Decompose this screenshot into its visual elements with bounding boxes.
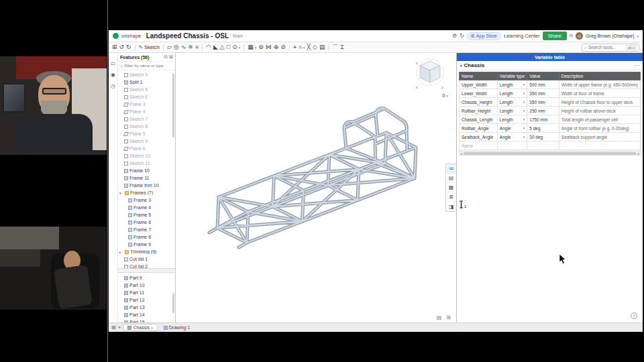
variable-row-chassis_height[interactable]: Chassis_HeightLength▾350 mmHeight of Cha… bbox=[460, 98, 641, 107]
tab-chassis[interactable]: Chassis▾ bbox=[123, 324, 157, 331]
variable-name-cell[interactable]: Lower_Width bbox=[460, 89, 498, 98]
learning-center-link[interactable]: Learning Center bbox=[504, 33, 540, 39]
feature-item-frame-3[interactable]: Frame 3 bbox=[118, 196, 175, 204]
feature-item-frame-11[interactable]: Frame 11 bbox=[118, 174, 175, 182]
variable-type-cell[interactable]: Length▾ bbox=[497, 115, 527, 124]
variable-row-lower_width[interactable]: Lower_WidthLength▾350 mmWidth of floor o… bbox=[460, 89, 641, 98]
frame-caret-icon[interactable]: ▾ bbox=[303, 46, 305, 50]
feature-item-cut-list-1[interactable]: Cut list 1 bbox=[118, 255, 175, 263]
chevron-down-icon[interactable]: ▾ bbox=[119, 191, 123, 195]
variable-row-chassis_length[interactable]: Chassis_LengthLength▾1750 mmTotal length… bbox=[460, 115, 641, 124]
type-dropdown-caret-icon[interactable]: ▾ bbox=[523, 117, 525, 121]
tab-manager-icon[interactable]: ⊞ bbox=[111, 325, 116, 330]
feature-item-plane-5[interactable]: Plane 5 bbox=[118, 130, 175, 137]
scrollbar-thumb[interactable] bbox=[464, 152, 637, 155]
type-dropdown-caret-icon[interactable]: ▾ bbox=[523, 109, 525, 113]
hole-icon[interactable]: ⊙ bbox=[232, 44, 237, 50]
split-icon[interactable]: ⊘ bbox=[280, 44, 286, 50]
cut-list-icon[interactable]: ▤ bbox=[319, 44, 325, 50]
variable-value-cell[interactable]: 350 mm bbox=[527, 98, 559, 107]
fillet-icon[interactable]: ◠ bbox=[206, 44, 211, 50]
variable-description-cell[interactable]: Height of Chassis floor to upper deck bbox=[559, 98, 640, 107]
variable-type-cell[interactable]: Length▾ bbox=[497, 107, 527, 115]
measure-icon[interactable]: ⌒ bbox=[332, 44, 338, 50]
variable-row-rollbar_angle[interactable]: Rollbar_AngleAngle▾5 degAngle of front r… bbox=[460, 124, 641, 133]
variable-description-cell[interactable]: Seatback support angle bbox=[559, 133, 640, 141]
help-button[interactable]: ? bbox=[631, 312, 637, 319]
variable-type-cell[interactable]: Length▾ bbox=[497, 89, 527, 98]
variable-value-cell[interactable]: 250 mm bbox=[527, 107, 559, 115]
linear-pattern-caret-icon[interactable]: ▾ bbox=[255, 46, 257, 50]
variable-value-cell[interactable]: 500 mm bbox=[527, 80, 559, 89]
onshape-logo-icon[interactable] bbox=[113, 33, 119, 39]
section-menu-icon[interactable]: ⋯ bbox=[634, 62, 639, 68]
search-tools-box[interactable]: ⌕ alt c bbox=[582, 44, 639, 52]
feature-item-plane-6[interactable]: Plane 6 bbox=[118, 145, 175, 152]
collapse-all-icon[interactable]: ⊟ bbox=[164, 54, 168, 60]
feature-item-sketch-4[interactable]: Sketch 4 bbox=[118, 71, 175, 78]
variable-name-cell[interactable]: Upper_Width bbox=[460, 80, 498, 89]
custom-table-icon[interactable]: ▦ bbox=[446, 183, 456, 192]
mass-properties-icon[interactable]: Σ bbox=[340, 44, 344, 50]
named-views-icon[interactable]: ⊞ bbox=[446, 314, 451, 320]
part-item-part-13[interactable]: Part 13 bbox=[118, 304, 175, 311]
feature-item-frame-9[interactable]: Frame 9 bbox=[118, 241, 175, 248]
revolve-icon[interactable]: ◎ bbox=[174, 44, 179, 50]
feature-item-plane-4[interactable]: Plane 4 bbox=[118, 108, 175, 115]
variable-row-seatback_angle[interactable]: Seatback_AngleAngle▾30 degSeatback suppo… bbox=[460, 133, 641, 141]
view-settings[interactable]: ⚙ ▾ bbox=[441, 93, 448, 99]
variable-name-cell[interactable]: Rollbar_Height bbox=[460, 107, 498, 115]
add-tab-icon[interactable]: + bbox=[118, 325, 121, 330]
type-dropdown-caret-icon[interactable]: ▾ bbox=[523, 135, 525, 139]
new-variable-name-cell[interactable]: Name bbox=[460, 141, 498, 150]
panel-split-handle[interactable] bbox=[118, 268, 175, 273]
shell-icon[interactable]: □ bbox=[227, 44, 230, 50]
redo-icon[interactable]: ↻ bbox=[126, 44, 131, 50]
variable-description-cell[interactable]: Width of upper frame (e.g. 450-500mm) bbox=[559, 80, 640, 89]
scroll-right-icon[interactable]: ▸ bbox=[637, 152, 640, 156]
variable-row-upper_width[interactable]: Upper_WidthLength▾500 mmWidth of upper f… bbox=[460, 80, 641, 89]
chassis-model[interactable] bbox=[176, 53, 456, 322]
part-item-part-11[interactable]: Part 11 bbox=[118, 289, 175, 296]
feature-item-cut-list-2[interactable]: Cut list 2 bbox=[118, 263, 175, 268]
variable-value-cell[interactable]: 1750 mm bbox=[527, 115, 559, 124]
boolean-icon[interactable]: ⊕ bbox=[274, 44, 279, 50]
feature-item-sketch-7[interactable]: Sketch 7 bbox=[118, 115, 175, 123]
gear-icon[interactable]: ⚙ bbox=[452, 33, 457, 39]
thicken-icon[interactable]: ≡ bbox=[195, 44, 199, 50]
chamfer-icon[interactable]: ◣ bbox=[213, 44, 218, 50]
graphics-viewport[interactable]: z x y ⚙ ▾ ≔▤▦≣◨ ▤⊞ bbox=[176, 53, 456, 322]
feature-item-trimming-9[interactable]: ▸Trimming (9) bbox=[118, 248, 175, 255]
type-dropdown-caret-icon[interactable]: ▾ bbox=[523, 100, 525, 104]
search-tools-input[interactable] bbox=[588, 45, 625, 50]
documents-icon[interactable]: ⊞ bbox=[112, 44, 117, 50]
type-dropdown-caret-icon[interactable]: ▾ bbox=[523, 126, 525, 130]
feature-item-frame-4[interactable]: Frame 4 bbox=[118, 204, 175, 211]
variable-description-cell[interactable]: Height of rollbar above deck bbox=[559, 107, 640, 115]
variable-row-rollbar_height[interactable]: Rollbar_HeightLength▾250 mmHeight of rol… bbox=[460, 107, 641, 115]
variable-name-cell[interactable]: Chassis_Length bbox=[460, 115, 498, 124]
features-filter-input[interactable] bbox=[125, 64, 166, 68]
tab-drawing-1[interactable]: Drawing 1 bbox=[160, 324, 195, 331]
feature-item-sketch-11[interactable]: Sketch 11 bbox=[118, 160, 175, 167]
feature-item-frame-10[interactable]: Frame 10 bbox=[118, 167, 175, 174]
variable-description-cell[interactable]: Width of floor of frame bbox=[559, 89, 640, 98]
type-dropdown-caret-icon[interactable]: ▾ bbox=[523, 82, 525, 86]
section-chevron-icon[interactable]: ▾ bbox=[460, 64, 462, 68]
variable-type-cell[interactable]: Length▾ bbox=[497, 80, 527, 89]
user-avatar[interactable]: G bbox=[576, 32, 583, 40]
history-icon[interactable]: ◷ bbox=[111, 84, 115, 89]
variable-table-icon[interactable]: ≔ bbox=[446, 164, 456, 174]
table-horizontal-scrollbar[interactable]: ◂ ▸ bbox=[459, 151, 641, 156]
feature-item-sketch-10[interactable]: Sketch 10 bbox=[118, 152, 175, 160]
scroll-left-icon[interactable]: ◂ bbox=[460, 152, 463, 156]
chevron-right-icon[interactable]: ▸ bbox=[119, 250, 123, 254]
feature-item-plane-3[interactable]: Plane 3 bbox=[118, 101, 175, 108]
close-panel-icon[interactable]: ⊠ bbox=[169, 54, 173, 60]
loft-icon[interactable]: ≋ bbox=[188, 44, 193, 50]
share-button[interactable]: Share bbox=[543, 32, 567, 40]
variable-table-title[interactable]: Variable table bbox=[457, 53, 643, 61]
variable-type-cell[interactable]: Length▾ bbox=[497, 98, 527, 107]
variable-name-cell[interactable]: Rollbar_Angle bbox=[460, 124, 498, 133]
variable-section-header[interactable]: ▾ Chassis ⋯ bbox=[457, 61, 643, 70]
